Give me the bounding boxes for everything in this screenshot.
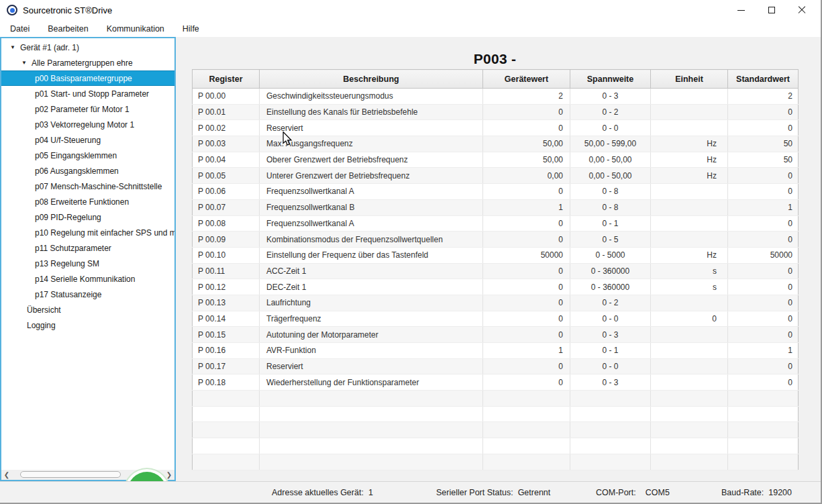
empty-cell <box>570 454 651 470</box>
tree-item-label: p14 Serielle Kommunikation <box>35 274 135 284</box>
table-row[interactable]: P 00.16AVR-Funktion10 - 11 <box>193 343 799 359</box>
table-row[interactable]: P 00.12DEC-Zeit 100 - 360000s0 <box>193 279 799 295</box>
table-row[interactable]: P 00.07Frequenzsollwertkanal B10 - 81 <box>193 199 799 215</box>
tree-item-label: p07 Mensch-Maschine-Schnittstelle <box>35 182 162 191</box>
empty-cell <box>193 438 260 454</box>
status-label: COM-Port: <box>596 488 636 497</box>
tree-item-p00-basisparametergruppe[interactable]: p00 Basisparametergruppe <box>1 70 174 86</box>
cell-geraetewert: 0 <box>483 215 570 232</box>
cell-beschreibung: Frequenzsollwertkanal A <box>260 215 483 232</box>
table-row[interactable]: P 00.13Laufrichtung00 - 20 <box>193 295 799 311</box>
table-row[interactable]: P 00.00Geschwindigkeitssteuerungsmodus20… <box>193 89 799 105</box>
tree-item-label: p06 Ausgangsklemmen <box>35 166 119 176</box>
table-row[interactable]: P 00.17Reserviert00 - 00 <box>193 358 799 374</box>
column-header-spannweite[interactable]: Spannweite <box>570 70 651 89</box>
column-header-beschreibung[interactable]: Beschreibung <box>260 70 483 89</box>
column-header-geraetewert[interactable]: Gerätewert <box>483 70 570 89</box>
empty-cell <box>728 422 799 438</box>
app-window: { "window": { "title": "Sourcetronic ST®… <box>0 0 822 504</box>
page-title: P003 - <box>192 51 798 67</box>
tree-item-p05-eingangsklemmen[interactable]: p05 Eingangsklemmen <box>1 148 174 163</box>
empty-cell <box>651 406 728 422</box>
tree-item-p07-mensch-maschine-schnittstelle[interactable]: p07 Mensch-Maschine-Schnittstelle <box>1 179 174 194</box>
cell-geraetewert: 50,00 <box>483 152 570 168</box>
cell-beschreibung: Laufrichtung <box>260 295 483 311</box>
tree-item-p09-pid-regelung[interactable]: p09 PID-Regelung <box>1 209 174 225</box>
column-header-standardwert[interactable]: Standardwert <box>728 70 799 89</box>
table-row[interactable]: P 00.11ACC-Zeit 100 - 360000s0 <box>193 263 799 279</box>
table-row[interactable]: P 00.09Kombinationsmodus der Frequenzsol… <box>193 232 799 248</box>
cell-spannweite: 0 - 2 <box>570 104 651 120</box>
expander-icon[interactable]: ▼ <box>21 60 27 66</box>
menu-item-bearbeiten[interactable]: Bearbeiten <box>42 22 94 36</box>
cell-einheit <box>651 104 728 120</box>
tree-item-übersicht[interactable]: Übersicht <box>1 302 174 317</box>
tree-item-label: p11 Schutzparameter <box>35 244 111 253</box>
cell-einheit: s <box>651 279 728 295</box>
tree-item-logging[interactable]: Logging <box>1 317 174 333</box>
main-panel: P003 - Register Beschreibung Gerätewert … <box>176 37 822 481</box>
table-row[interactable]: P 00.04Oberer Grenzwert der Betriebsfreq… <box>193 152 799 168</box>
empty-cell <box>193 391 260 407</box>
scroll-left-icon[interactable]: ❮ <box>1 470 12 480</box>
table-row[interactable]: P 00.05Unterer Grenzwert der Betriebsfre… <box>193 168 799 184</box>
tree-item-label: p00 Basisparametergruppe <box>35 74 132 83</box>
empty-cell <box>570 391 651 407</box>
empty-cell <box>651 438 728 454</box>
table-row[interactable]: P 00.10Einstellung der Frequenz über das… <box>193 247 799 263</box>
close-button[interactable] <box>786 0 817 20</box>
table-row[interactable]: P 00.06Frequenzsollwertkanal A00 - 80 <box>193 184 799 200</box>
tree-item-p10-regelung-mit-einfacher-sps-und-me[interactable]: p10 Regelung mit einfacher SPS und me <box>1 225 174 240</box>
tree-item-p02-parameter-für-motor-1[interactable]: p02 Parameter für Motor 1 <box>1 101 174 117</box>
table-row[interactable]: P 00.03Max. Ausgangsfrequenz50,0050,00 -… <box>193 136 799 152</box>
cell-standardwert: 0 <box>728 295 799 311</box>
close-icon <box>798 6 806 14</box>
menu-item-kommunikation[interactable]: Kommunikation <box>101 22 170 36</box>
cell-beschreibung: Kombinationsmodus der Frequenzsollwertqu… <box>260 232 483 248</box>
column-header-einheit[interactable]: Einheit <box>651 70 728 89</box>
cell-spannweite: 0 - 0 <box>570 358 651 374</box>
scroll-right-icon[interactable]: ❯ <box>164 470 174 480</box>
tree-item-p04-u-f-steuerung[interactable]: p04 U/f-Steuerung <box>1 132 174 148</box>
minimize-button[interactable] <box>726 0 756 20</box>
table-row[interactable]: P 00.02Reserviert00 - 00 <box>193 120 799 136</box>
cell-standardwert: 2 <box>728 89 799 105</box>
cell-geraetewert: 0 <box>483 120 570 136</box>
column-header-register[interactable]: Register <box>193 70 260 89</box>
cell-beschreibung: Trägerfrequenz <box>260 311 483 327</box>
table-row[interactable]: P 00.01Einstellung des Kanals für Betrie… <box>193 104 799 120</box>
cell-spannweite: 0,00 - 50,00 <box>570 152 651 168</box>
cell-standardwert: 0 <box>728 104 799 120</box>
tree-item-p13-regelung-sm[interactable]: p13 Regelung SM <box>1 256 174 271</box>
cell-einheit <box>651 295 728 311</box>
cell-standardwert: 0 <box>728 120 799 136</box>
tree-item-p08-erweiterte-funktionen[interactable]: p08 Erweiterte Funktionen <box>1 194 174 209</box>
table-row[interactable]: P 00.15Autotuning der Motorparameter00 -… <box>193 327 799 343</box>
tree-item-p03-vektorregelung-motor-1[interactable]: p03 Vektorregelung Motor 1 <box>1 117 174 132</box>
expander-icon[interactable]: ▼ <box>10 44 15 50</box>
table-row[interactable]: P 00.14Trägerfrequenz00 - 000 <box>193 311 799 327</box>
menu-item-datei[interactable]: Datei <box>4 22 36 36</box>
empty-cell <box>260 422 483 438</box>
tree-item-p11-schutzparameter[interactable]: p11 Schutzparameter <box>1 240 174 256</box>
tree-item-p06-ausgangsklemmen[interactable]: p06 Ausgangsklemmen <box>1 163 174 179</box>
table-row[interactable]: P 00.18Wiederherstellung der Funktionspa… <box>193 374 799 391</box>
tree-item-gerät-1-adr-1-[interactable]: ▼Gerät #1 (adr. 1) <box>1 40 174 55</box>
cell-einheit <box>651 215 728 232</box>
cell-beschreibung: Unterer Grenzwert der Betriebsfrequenz <box>260 168 483 184</box>
cell-spannweite: 50,00 - 599,00 <box>570 136 651 152</box>
tree-item-p01-start-und-stopp-parameter[interactable]: p01 Start- und Stopp Parameter <box>1 86 174 101</box>
tree-item-alle-parametergruppen-ehre[interactable]: ▼Alle Parametergruppen ehre <box>1 55 174 70</box>
table-row[interactable]: P 00.08Frequenzsollwertkanal A00 - 10 <box>193 215 799 232</box>
empty-cell <box>193 406 260 422</box>
cell-spannweite: 0,00 - 50,00 <box>570 168 651 184</box>
cell-standardwert: 0 <box>728 184 799 200</box>
tree-item-p17-statusanzeige[interactable]: p17 Statusanzeige <box>1 287 174 302</box>
menu-item-hilfe[interactable]: Hilfe <box>176 22 205 36</box>
maximize-button[interactable] <box>756 0 786 20</box>
cell-register: P 00.18 <box>193 374 260 391</box>
cell-geraetewert: 0 <box>483 358 570 374</box>
tree-item-p14-serielle-kommunikation[interactable]: p14 Serielle Kommunikation <box>1 271 174 287</box>
scrollbar-thumb[interactable] <box>20 471 121 478</box>
status-adresse-aktuelles-gerät: Adresse aktuelles Gerät:1 <box>272 482 373 504</box>
